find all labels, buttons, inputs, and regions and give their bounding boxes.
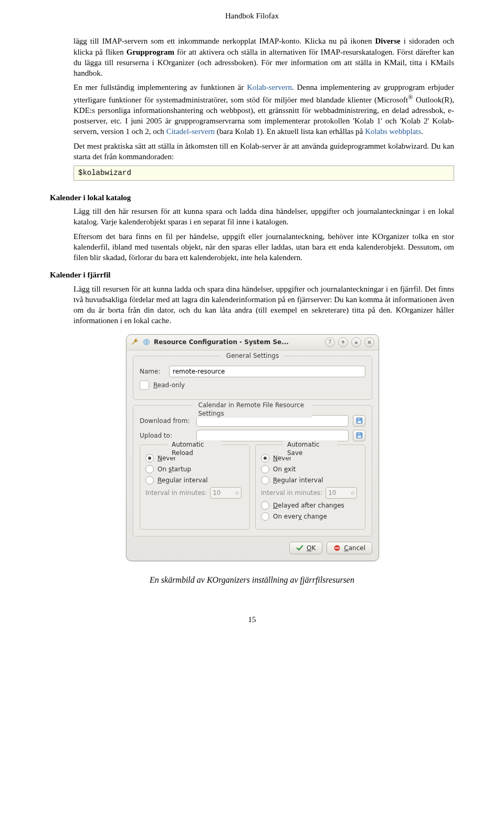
save-interval-spinner[interactable]: 10◇	[326, 487, 357, 499]
page-content: lägg till IMAP-servern som ett inkommand…	[50, 36, 454, 625]
reload-regular-label: Regular interval	[158, 476, 208, 484]
page-header-title: Handbok Filofax	[50, 11, 454, 21]
bold-diverse: Diverse	[375, 37, 400, 45]
download-from-label: Download from:	[140, 417, 192, 425]
check-icon	[296, 544, 303, 552]
dialog-title: Resource Configuration - System Se...	[154, 338, 289, 346]
save-interval-label: Interval in minutes:	[261, 489, 322, 497]
remote-file-title: Calendar in Remote File Resource Setting…	[193, 401, 312, 418]
command-box: $kolabwizard	[74, 166, 454, 181]
save-delayed-radio[interactable]	[261, 501, 269, 510]
maximize-button[interactable]	[351, 337, 361, 347]
save-every-radio[interactable]	[261, 512, 269, 521]
text: (bara Kolab 1). En aktuell lista kan erh…	[215, 127, 365, 136]
automatic-reload-title: Automatic Reload	[167, 440, 222, 457]
upload-to-label: Upload to:	[140, 431, 192, 440]
save-delayed-label: Delayed after changes	[273, 501, 344, 510]
remote-file-group: Calendar in Remote File Resource Setting…	[133, 405, 372, 536]
dialog-body: General Settings Name: Read-only Calenda…	[127, 350, 379, 561]
save-exit-label: On exit	[273, 465, 296, 473]
cancel-button[interactable]: Cancel	[327, 542, 372, 554]
paragraph-kolab: En mer fullständig implementering av fun…	[74, 82, 454, 137]
close-button[interactable]	[364, 337, 374, 347]
link-kolab-servern[interactable]: Kolab-servern	[247, 83, 292, 91]
text: lägg till IMAP-servern som ett inkommand…	[74, 37, 375, 45]
bold-grupprogram: Grupprogram	[127, 48, 174, 56]
floppy-icon	[356, 432, 363, 439]
page-number: 15	[50, 614, 454, 625]
general-settings-title: General Settings	[221, 352, 284, 360]
text: .	[421, 127, 423, 136]
heading-kalender-lokal: Kalender i lokal katalog	[50, 192, 454, 203]
save-every-label: On every change	[273, 512, 327, 521]
svg-rect-10	[335, 547, 339, 549]
reload-startup-label: On startup	[158, 465, 191, 473]
help-button[interactable]: ?	[325, 337, 335, 347]
paragraph-imap: lägg till IMAP-servern som ett inkommand…	[74, 36, 454, 78]
readonly-label: Read-only	[153, 381, 185, 389]
download-browse-button[interactable]	[353, 415, 365, 427]
upload-browse-button[interactable]	[353, 430, 365, 441]
reload-never-radio[interactable]	[145, 454, 154, 462]
name-label: Name:	[140, 367, 165, 376]
page: Handbok Filofax lägg till IMAP-servern s…	[0, 0, 504, 646]
cancel-label: Cancel	[344, 544, 365, 552]
readonly-checkbox[interactable]	[140, 380, 149, 390]
paragraph-lokal-1: Lägg till den här resursen för att kunna…	[74, 206, 454, 228]
reload-interval-spinner[interactable]: 10◇	[210, 487, 242, 499]
text: En mer fullständig implementering av fun…	[74, 83, 247, 91]
reload-regular-radio[interactable]	[145, 476, 154, 484]
automatic-reload-group: Automatic Reload Never On startup Regula…	[140, 445, 250, 530]
save-exit-radio[interactable]	[261, 465, 269, 473]
floppy-icon	[356, 417, 363, 424]
reload-startup-radio[interactable]	[145, 465, 154, 473]
reload-interval-label: Interval in minutes:	[145, 489, 207, 497]
heading-kalender-fjarrfil: Kalender i fjärrfil	[50, 270, 454, 280]
paragraph-guide: Det mest praktiska sätt att ställa in åt…	[74, 141, 454, 162]
save-regular-label: Regular interval	[273, 476, 323, 484]
registered-symbol: ®	[408, 94, 413, 101]
save-regular-radio[interactable]	[261, 476, 269, 484]
upload-to-input[interactable]	[196, 430, 349, 441]
dialog-figure: Resource Configuration - System Se... ?	[126, 334, 378, 561]
paragraph-fjarrfil: Lägg till resursen för att kunna ladda o…	[74, 284, 454, 326]
minimize-button[interactable]	[338, 337, 348, 347]
ok-label: OK	[307, 544, 316, 552]
svg-rect-8	[359, 433, 360, 434]
automatic-save-title: Automatic Save	[283, 440, 338, 457]
ok-button[interactable]: OK	[289, 542, 322, 554]
wrench-icon	[131, 338, 139, 346]
svg-rect-4	[359, 418, 360, 419]
figure-caption: En skärmbild av KOrganizers inställning …	[50, 574, 454, 586]
paragraph-lokal-2: Eftersom det bara finns en fil per hände…	[74, 231, 454, 263]
svg-rect-6	[358, 436, 361, 438]
save-never-radio[interactable]	[261, 454, 269, 462]
resource-config-dialog: Resource Configuration - System Se... ?	[126, 334, 379, 561]
globe-icon	[142, 338, 151, 346]
dialog-titlebar: Resource Configuration - System Se... ?	[127, 335, 379, 350]
name-input[interactable]	[169, 366, 365, 377]
automatic-save-group: Automatic Save Never On exit Regular int…	[255, 445, 365, 530]
general-settings-group: General Settings Name: Read-only	[133, 356, 372, 400]
cancel-icon	[333, 544, 341, 552]
link-kolabs-webbplats[interactable]: Kolabs webbplats	[365, 127, 421, 136]
link-citadel-servern[interactable]: Citadel-servern	[166, 127, 215, 136]
svg-rect-2	[358, 421, 361, 423]
